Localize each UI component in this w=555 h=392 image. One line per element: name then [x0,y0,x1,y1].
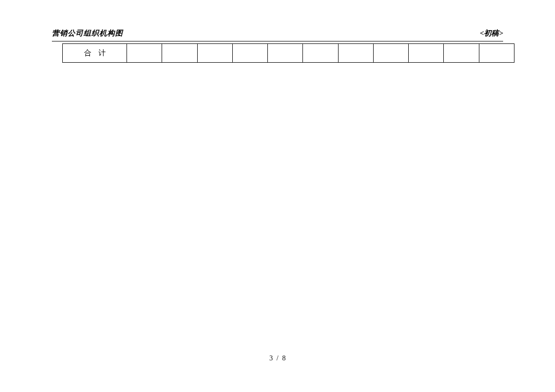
cell [162,44,197,63]
page-number: 3 / 8 [0,354,555,362]
summary-table: 合计 [62,43,514,63]
cell [127,44,162,63]
page-sep: / [277,354,279,362]
table-row: 合计 [63,44,514,63]
cell [479,44,514,63]
cell [232,44,267,63]
header-rule [52,41,503,41]
cell [338,44,373,63]
page-header: 营销公司组织机构图 <初稿> [52,29,503,38]
cell [409,44,444,63]
page-current: 3 [269,354,273,362]
page: 营销公司组织机构图 <初稿> 合计 3 / 8 [0,0,555,392]
cell [303,44,338,63]
cell [444,44,479,63]
page-total: 8 [282,354,286,362]
header-title: 营销公司组织机构图 [52,29,123,38]
cell [373,44,408,63]
cell [197,44,232,63]
header-status: <初稿> [480,29,503,38]
cell [268,44,303,63]
row-label: 合计 [63,44,127,63]
